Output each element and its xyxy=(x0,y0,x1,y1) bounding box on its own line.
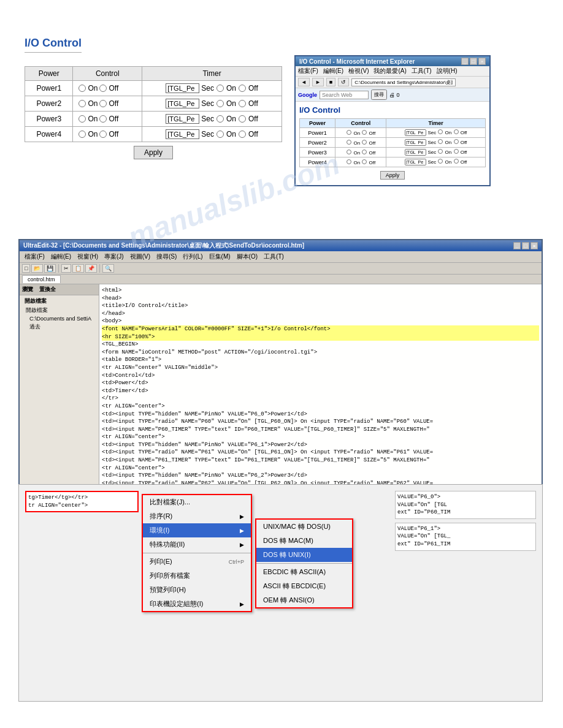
radio-on-1[interactable] xyxy=(79,100,86,107)
submenu-unix-mac-dos[interactable]: UNIX/MAC 轉 DOS(U) xyxy=(256,520,352,534)
ue-cut-btn[interactable]: ✂ xyxy=(61,264,71,273)
ie-radio-off-1[interactable] xyxy=(362,140,367,145)
ie-t-off-2[interactable] xyxy=(454,149,459,154)
ue-menu-item-7[interactable]: 巨集(M) xyxy=(207,252,233,262)
ctx-environment[interactable]: 環境(I) ▶ xyxy=(143,523,251,537)
timer-radio-off-0[interactable] xyxy=(239,85,246,92)
ue-tree-item-1[interactable]: C:\Documents and SettiA xyxy=(22,315,96,322)
radio-off-3[interactable] xyxy=(99,131,107,138)
timer-input-3[interactable] xyxy=(166,129,199,139)
context-submenu[interactable]: UNIX/MAC 轉 DOS(U) DOS 轉 MAC(M) DOS 轉 UNI… xyxy=(255,518,353,609)
ie-search-button[interactable]: 搜尋 xyxy=(371,89,387,100)
ie-menu-item-3[interactable]: 我的最愛(A) xyxy=(373,67,406,75)
ctx-print[interactable]: 列印(E) Ctrl+P xyxy=(143,555,251,569)
ue-menu-item-6[interactable]: 行列(L) xyxy=(180,252,205,262)
ie-search-input[interactable] xyxy=(320,91,369,99)
ue-save-btn[interactable]: 💾 xyxy=(44,264,56,273)
ie-t-on-1[interactable] xyxy=(438,139,443,144)
ue-tree-item-0[interactable]: 開啟檔案 xyxy=(22,306,96,315)
apply-button[interactable]: Apply xyxy=(134,146,173,159)
ue-min-btn[interactable]: _ xyxy=(513,242,521,249)
submenu-ascii-ebcdic[interactable]: ASCII 轉 EBCDIC(E) xyxy=(256,579,352,593)
ie-t-off-1[interactable] xyxy=(454,139,459,144)
submenu-dos-mac[interactable]: DOS 轉 MAC(M) xyxy=(256,534,352,548)
ue-menu-item-3[interactable]: 專案(J) xyxy=(102,252,126,262)
submenu-ebcdic-ascii[interactable]: EBCDIC 轉 ASCII(A) xyxy=(256,565,352,579)
ie-t-off-3[interactable] xyxy=(454,159,459,164)
ie-timer-3[interactable] xyxy=(405,159,426,165)
ue-copy-btn[interactable]: 📋 xyxy=(72,264,84,273)
ue-menu-item-5[interactable]: 搜尋(S) xyxy=(154,252,179,262)
ie-radio-on-3[interactable] xyxy=(347,159,351,164)
ie-back-btn[interactable]: ◄ xyxy=(298,78,310,86)
minimize-btn[interactable]: _ xyxy=(461,58,469,65)
timer-input-2[interactable] xyxy=(166,114,199,124)
ue-menu-item-1[interactable]: 編輯(E) xyxy=(48,252,74,262)
radio-on-3[interactable] xyxy=(79,131,86,138)
radio-on-2[interactable] xyxy=(79,115,86,123)
submenu-oem-ansi[interactable]: OEM 轉 ANSI(O) xyxy=(256,593,352,607)
ue-menu-item-9[interactable]: 工具(T) xyxy=(261,252,286,262)
ue-close-btn[interactable]: × xyxy=(530,242,538,249)
ie-t-on-2[interactable] xyxy=(438,149,443,154)
ie-menu-item-4[interactable]: 工具(T) xyxy=(412,67,432,75)
ie-t-off-0[interactable] xyxy=(454,129,459,134)
ue-open-btn[interactable]: 📂 xyxy=(31,264,43,273)
ue-tree-open-files[interactable]: 開啟檔案 xyxy=(22,297,96,306)
ie-t-on-3[interactable] xyxy=(438,159,443,164)
ie-stop-btn[interactable]: ■ xyxy=(326,78,335,86)
radio-on-0[interactable] xyxy=(79,85,86,92)
ie-t-on-0[interactable] xyxy=(438,129,443,134)
ie-address-input[interactable] xyxy=(351,78,456,86)
timer-radio-on-2[interactable] xyxy=(216,115,224,123)
ue-menu-item-4[interactable]: 視圖(V) xyxy=(128,252,153,262)
ctx-print-preview[interactable]: 預覽列印(H) xyxy=(143,583,251,597)
ie-timer-1[interactable] xyxy=(405,139,426,146)
ue-max-btn[interactable]: □ xyxy=(522,242,529,249)
ue-tab-control[interactable]: control.htm xyxy=(22,275,61,283)
ie-menu-item-2[interactable]: 檢視(V) xyxy=(348,67,369,75)
ie-menu-item-1[interactable]: 編輯(E) xyxy=(323,67,343,75)
ue-paste-btn[interactable]: 📌 xyxy=(85,264,97,273)
ie-radio-on-2[interactable] xyxy=(347,150,351,154)
context-menu-main[interactable]: 比對檔案(J)... 排序(R) ▶ 環境(I) ▶ 特殊功能(II) ▶ 列印… xyxy=(142,494,252,612)
maximize-btn[interactable]: □ xyxy=(470,58,477,65)
radio-off-2[interactable] xyxy=(99,115,107,123)
ie-menu-item-5[interactable]: 說明(H) xyxy=(437,67,458,75)
submenu-dos-unix[interactable]: DOS 轉 UNIX(I) xyxy=(256,548,352,562)
ue-find-btn[interactable]: 🔍 xyxy=(102,264,114,273)
ue-new-btn[interactable]: □ xyxy=(22,264,30,273)
timer-radio-on-0[interactable] xyxy=(216,85,224,92)
ie-radio-on-1[interactable] xyxy=(347,140,351,145)
ctx-print-all[interactable]: 列印所有檔案 xyxy=(143,569,251,583)
timer-radio-on-3[interactable] xyxy=(216,131,224,138)
timer-radio-off-2[interactable] xyxy=(239,115,246,123)
ie-forward-btn[interactable]: ► xyxy=(312,78,324,86)
timer-radio-off-1[interactable] xyxy=(239,100,246,107)
ue-menu-item-8[interactable]: 腳本(O) xyxy=(234,252,260,262)
timer-radio-off-3[interactable] xyxy=(239,131,246,138)
ctx-compare-files[interactable]: 比對檔案(J)... xyxy=(143,495,251,509)
ue-tree-item-2[interactable]: 過去 xyxy=(22,322,96,332)
ie-timer-2[interactable] xyxy=(405,149,426,156)
timer-input-0[interactable] xyxy=(166,83,199,93)
ue-menu-item-0[interactable]: 檔案(F) xyxy=(22,252,47,262)
ie-radio-off-0[interactable] xyxy=(362,130,367,135)
radio-off-1[interactable] xyxy=(99,100,107,107)
radio-off-0[interactable] xyxy=(99,85,107,92)
timer-radio-on-1[interactable] xyxy=(216,100,224,107)
ie-refresh-btn[interactable]: ↺ xyxy=(338,78,349,86)
ie-apply-button[interactable]: Apply xyxy=(380,171,405,180)
ie-menu-item-0[interactable]: 檔案(F) xyxy=(298,67,318,75)
ie-radio-off-2[interactable] xyxy=(362,150,367,154)
ctx-special[interactable]: 特殊功能(II) ▶ xyxy=(143,537,251,552)
timer-input-1[interactable] xyxy=(166,99,199,108)
ctx-sort[interactable]: 排序(R) ▶ xyxy=(143,509,251,523)
ue-editor-area[interactable]: <html> <head> <title>I/O Control</title>… xyxy=(99,284,542,493)
ie-radio-on-0[interactable] xyxy=(347,130,351,135)
ue-menu-item-2[interactable]: 視窗(H) xyxy=(75,252,101,262)
ie-timer-0[interactable] xyxy=(405,129,426,136)
ctx-printer-config[interactable]: 印表機設定組態(I) ▶ xyxy=(143,597,251,611)
close-btn[interactable]: × xyxy=(478,58,486,65)
ie-radio-off-3[interactable] xyxy=(362,159,367,164)
